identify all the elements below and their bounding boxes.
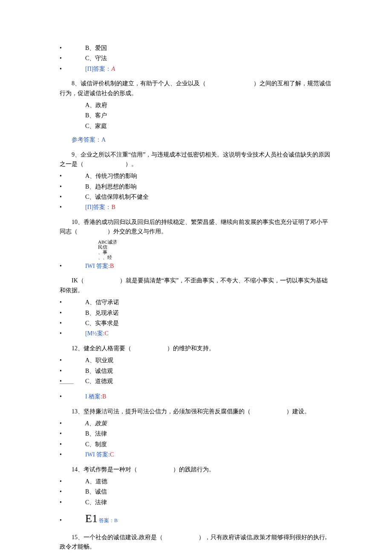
q14-option-c: •C、法律 xyxy=(60,498,332,507)
bullet: • xyxy=(60,477,85,486)
q14-text: 14、考试作弊是一种对（ ）的践踏行为。 xyxy=(60,465,332,474)
answer-label: I 栖案: xyxy=(85,393,102,400)
bullet: • xyxy=(60,308,85,318)
option-text: A、道德 xyxy=(85,477,107,486)
q10-text: 10、香港的成功回归以及回归后的持续稳定、繁荣昌盛、继续向前发展的事实也充分证明… xyxy=(60,218,332,237)
q10-opt-line3: 、事 xyxy=(98,250,332,255)
option-text: B、诚信 xyxy=(85,487,107,497)
bullet: • xyxy=(60,429,85,439)
bullet: • xyxy=(60,298,85,307)
answer-label: [M½案: xyxy=(85,330,105,337)
answer-label: IWI 答案: xyxy=(85,263,110,269)
bullet: • xyxy=(60,516,85,525)
q15-text: 15、一个社会的诚信建设,政府是（ ），只有政府讲诚信,政策才能够得到很好的执行… xyxy=(60,533,332,552)
bullet: • xyxy=(60,440,85,449)
option-text: C、家庭 xyxy=(85,122,107,131)
ref-value: A xyxy=(101,137,106,143)
bullet: • xyxy=(60,392,85,401)
spacer xyxy=(60,101,85,110)
q12-option-a: •A、职业观 xyxy=(60,356,332,365)
bullet: • xyxy=(60,319,85,328)
bullet: • xyxy=(60,262,85,271)
q10-options-block: ABC诚济 民信 、事 、、经 xyxy=(98,239,332,260)
q13-option-b: •B、法律 xyxy=(60,429,332,439)
q11-option-b: •B、兑现承诺 xyxy=(60,308,332,318)
option-text: C、法律 xyxy=(85,498,107,507)
answer-value: C xyxy=(105,330,109,337)
bullet: • xyxy=(60,192,85,202)
option-text: B、趋利思想的影响 xyxy=(85,182,137,192)
q7-option-b: •B、爱国 xyxy=(60,44,332,53)
bullet: • xyxy=(60,203,85,212)
q13-option-c: •C、制度 xyxy=(60,440,332,449)
option-text: C、制度 xyxy=(85,440,107,449)
answer-value: B xyxy=(102,393,106,400)
q11-option-c: •C、实事求是 xyxy=(60,319,332,328)
option-text: C、实事求是 xyxy=(85,319,119,328)
bullet: • xyxy=(60,356,85,365)
q10-opt-line4: 、、经 xyxy=(98,255,332,260)
q11-option-a: •A、信守承诺 xyxy=(60,298,332,307)
q7-option-c: •C、守法 xyxy=(60,54,332,63)
bullet: • xyxy=(60,182,85,192)
q9-option-b: •B、趋利思想的影响 xyxy=(60,182,332,192)
answer-value: C xyxy=(110,451,114,458)
q7-answer: •[Π]答案：A xyxy=(60,64,332,74)
q14-option-b: •B、诚信 xyxy=(60,487,332,497)
spacer xyxy=(60,387,332,391)
bullet: • xyxy=(60,498,85,507)
answer-value: B xyxy=(114,517,118,523)
bullet: • xyxy=(60,487,85,497)
bullet-underlined: • xyxy=(60,377,85,386)
option-text: A、传统习惯的影响 xyxy=(85,171,137,181)
answer-label: IWI 答案: xyxy=(85,451,110,458)
answer-value: A xyxy=(111,66,115,72)
option-text: A、政策 xyxy=(85,419,107,428)
option-text: A、信守承诺 xyxy=(85,298,119,307)
option-text: C、道德观 xyxy=(85,377,113,386)
q10-opt-line1: ABC诚济 xyxy=(98,239,332,244)
q12-option-b: •B、诚信观 xyxy=(60,366,332,376)
bullet: • xyxy=(60,419,85,428)
answer-label: [Π]答案： xyxy=(85,204,111,210)
q14-answer: •E1 答案：B xyxy=(60,510,332,528)
q11-text: IK（ ）就是要搞清楚“事实”，不歪曲事实，不夸大、不缩小事实，一切以事实为基础… xyxy=(60,276,332,295)
q12-answer: •I 栖案:B xyxy=(60,392,332,401)
q8-option-a: A、政府 xyxy=(60,101,332,110)
bullet: • xyxy=(60,450,85,459)
q10-opt-line2: 民信 xyxy=(98,244,332,250)
option-text: C、诚信保障机制不健全 xyxy=(85,192,149,202)
q8-option-b: B、客户 xyxy=(60,111,332,120)
option-text: B、爱国 xyxy=(85,44,107,53)
q10-answer: •IWI 答案:B xyxy=(60,262,332,271)
e1-mark: E1 xyxy=(85,512,98,525)
bullet: • xyxy=(60,44,85,53)
q8-text: 8、诚信评价机制的建立，有助于个人、企业以及（ ）之间的互相了解，规范诚信行为，… xyxy=(60,79,332,98)
answer-label: 答案： xyxy=(98,517,114,523)
bullet: • xyxy=(60,64,85,74)
option-text: B、法律 xyxy=(85,429,107,439)
spacer xyxy=(60,122,85,131)
option-text: B、兑现承诺 xyxy=(85,308,119,318)
option-text: A、职业观 xyxy=(85,356,113,365)
option-text: B、客户 xyxy=(85,111,107,120)
q9-option-c: •C、诚信保障机制不健全 xyxy=(60,192,332,202)
q9-answer: •[Π]答案：B xyxy=(60,203,332,212)
bullet: • xyxy=(60,366,85,376)
q8-option-c: C、家庭 xyxy=(60,122,332,131)
q13-option-a: •A、政策 xyxy=(60,419,332,428)
q9-text: 9、企业之所以不注重“信用”，与违规成本过低密切相关。这说明专业技术人员社会诚信… xyxy=(60,150,332,169)
q13-text: 13、坚持廉洁司法，提升司法公信力，必须加强和完善反腐倡廉的（ ）建设。 xyxy=(60,407,332,416)
option-text: C、守法 xyxy=(85,54,107,63)
q9-option-a: •A、传统习惯的影响 xyxy=(60,171,332,181)
answer-value: B xyxy=(110,263,114,269)
ref-label: 参考答案： xyxy=(72,137,101,143)
bullet: • xyxy=(60,54,85,63)
q8-ref-answer: 参考答案：A xyxy=(72,135,332,145)
q13-answer: •IWI 答案:C xyxy=(60,450,332,459)
q14-option-a: •A、道德 xyxy=(60,477,332,486)
q11-answer: •[M½案:C xyxy=(60,329,332,338)
option-text: B、诚信观 xyxy=(85,366,113,376)
bullet: • xyxy=(60,171,85,181)
bullet: • xyxy=(60,329,85,338)
